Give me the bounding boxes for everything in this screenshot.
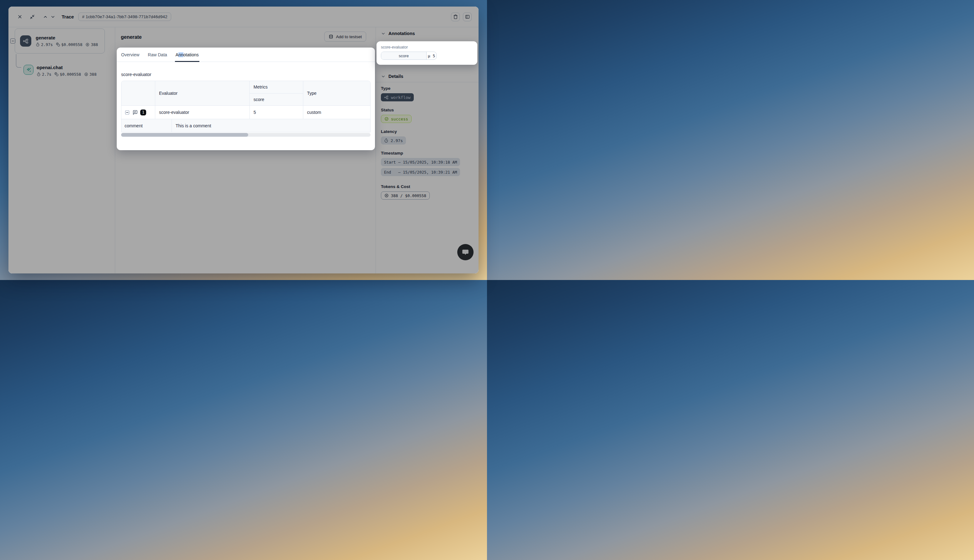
header-cell-empty bbox=[122, 81, 155, 106]
header-cell-evaluator: Evaluator bbox=[155, 81, 250, 106]
comment-row: comment This is a comment bbox=[122, 119, 370, 132]
evaluator-table-row[interactable]: 1 score-evaluator 5 custom bbox=[122, 106, 370, 119]
comment-key: comment bbox=[122, 119, 172, 132]
horizontal-scrollbar[interactable] bbox=[121, 133, 370, 137]
collapse-row-toggle[interactable] bbox=[125, 110, 130, 115]
comment-button[interactable] bbox=[132, 110, 138, 115]
trace-window: Trace # 1cbb70e7-34a1-7bb7-3498-771b7d46… bbox=[8, 7, 479, 273]
comment-value: This is a comment bbox=[172, 119, 370, 132]
square-minus-icon bbox=[125, 110, 130, 115]
annotations-tab-content: score-evaluator Evaluator Metrics score … bbox=[117, 72, 375, 137]
scrollbar-thumb[interactable] bbox=[121, 133, 248, 137]
metric-name: score bbox=[381, 52, 427, 60]
cell-evaluator: score-evaluator bbox=[155, 106, 250, 119]
span-tabs: Overview Raw Data Annotations bbox=[117, 48, 375, 62]
annotations-table: Evaluator Metrics score Type bbox=[121, 81, 370, 132]
score-metric-pill[interactable]: score μ 5 bbox=[381, 52, 437, 60]
annotation-score-card: score-evaluator score μ 5 bbox=[377, 41, 477, 65]
annotations-modal: Overview Raw Data Annotations score-eval… bbox=[117, 48, 375, 150]
annotation-evaluator-name: score-evaluator bbox=[381, 45, 473, 50]
header-cell-type: Type bbox=[303, 81, 370, 106]
cell-score: 5 bbox=[250, 106, 303, 119]
metric-mean-value: μ 5 bbox=[427, 52, 436, 60]
tab-overview[interactable]: Overview bbox=[121, 48, 139, 62]
cell-type: custom bbox=[303, 106, 370, 119]
comment-count-badge[interactable]: 1 bbox=[140, 110, 146, 115]
header-cell-metrics: Metrics score bbox=[250, 81, 303, 106]
text-selection-highlight: nn bbox=[178, 52, 183, 57]
tab-raw-data[interactable]: Raw Data bbox=[148, 48, 167, 62]
comment-icon bbox=[132, 110, 138, 115]
tab-annotations[interactable]: Annotations bbox=[175, 48, 199, 62]
evaluator-section-title: score-evaluator bbox=[121, 72, 370, 77]
table-header-row: Evaluator Metrics score Type bbox=[122, 81, 370, 106]
